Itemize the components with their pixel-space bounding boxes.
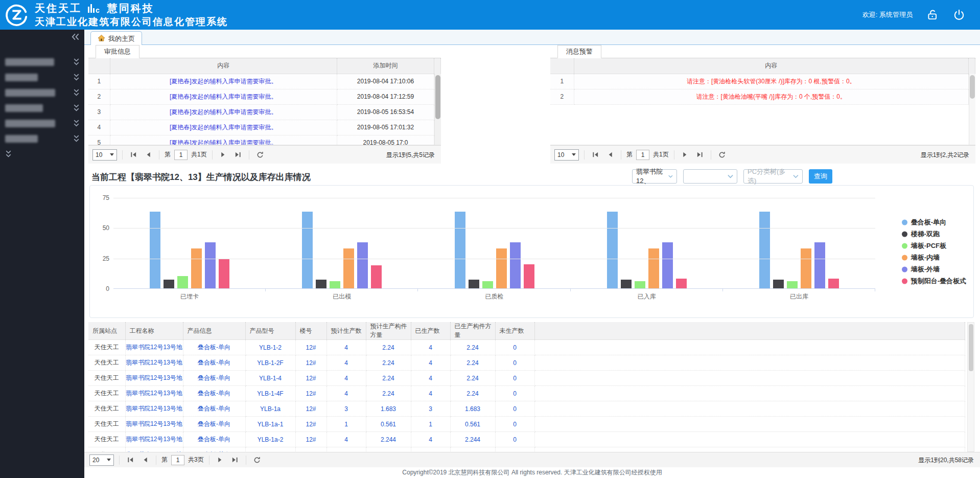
production-col-header[interactable]: 已生产数 (411, 322, 450, 340)
sidebar-item[interactable] (0, 100, 84, 116)
production-scrollbar[interactable] (967, 322, 974, 452)
sidebar-item[interactable] (0, 116, 84, 131)
chart-bar-墙板-PCF板[interactable] (787, 281, 798, 288)
production-cell-link[interactable]: 12# (295, 340, 326, 355)
legend-item[interactable]: 墙板-PCF板 (902, 241, 966, 251)
approval-scrollbar[interactable] (434, 74, 441, 145)
approval-refresh-icon[interactable] (254, 149, 266, 161)
legend-item[interactable]: 墙板-外墙 (902, 265, 966, 274)
production-cell-link[interactable]: 翡翠书院12号13号地 (125, 371, 183, 386)
chart-bar-墙板-外墙[interactable] (662, 242, 673, 288)
chart-bar-预制阳台-叠合板式[interactable] (371, 265, 382, 288)
production-col-header[interactable]: 预计生产数 (326, 322, 366, 340)
production-cell-link[interactable]: 2.24 (366, 355, 411, 371)
chart-bar-预制阳台-叠合板式[interactable] (676, 279, 687, 288)
production-cell-link[interactable]: 2.24 (366, 371, 411, 386)
chart-bar-楼梯-双跑[interactable] (773, 280, 784, 288)
chart-bar-预制阳台-叠合板式[interactable] (219, 259, 229, 288)
alert-page-number-input[interactable] (636, 150, 649, 160)
expand-down-icon[interactable] (73, 119, 80, 127)
production-cell-link[interactable]: 1.536 (450, 447, 495, 452)
chart-bar-叠合板-单向[interactable] (759, 212, 770, 288)
production-cell-link[interactable]: YLB-2b (245, 447, 295, 452)
production-cell-link[interactable]: 叠合板-单向 (183, 417, 245, 432)
production-cell-link[interactable]: 4 (326, 355, 366, 371)
production-cell-link[interactable]: YLB-1-2F (245, 355, 295, 371)
production-cell-link[interactable]: 叠合板-单向 (183, 340, 245, 355)
production-cell-link[interactable]: YLB-1a (245, 401, 295, 417)
production-col-header[interactable]: 楼号 (295, 322, 326, 340)
production-last-page-icon[interactable] (229, 454, 241, 466)
approval-row-content-link[interactable]: [夏艳春]发起的辅料入库申请需要审批。 (110, 89, 337, 104)
production-cell-link[interactable]: YLB-1a-2 (245, 432, 295, 447)
production-cell-link[interactable]: 翡翠书院12号13号地 (125, 401, 183, 417)
building-select[interactable] (683, 169, 737, 184)
production-cell-link[interactable]: 4 (411, 340, 450, 355)
production-first-page-icon[interactable] (125, 454, 136, 466)
alert-scrollbar-thumb[interactable] (970, 75, 975, 99)
alert-scrollbar[interactable] (969, 74, 975, 145)
production-cell-link[interactable]: 叠合板-单向 (183, 371, 245, 386)
production-cell-link[interactable]: 翡翠书院12号13号地 (125, 417, 183, 432)
production-col-header[interactable]: 预计生产构件方量 (366, 322, 411, 340)
production-col-header[interactable]: 工程名称 (125, 322, 183, 340)
chart-bar-叠合板-单向[interactable] (302, 212, 313, 288)
production-cell-link[interactable]: 2.244 (450, 432, 495, 447)
production-cell-link[interactable]: 1 (411, 417, 450, 432)
chart-bar-楼梯-双跑[interactable] (316, 280, 326, 288)
legend-item[interactable]: 楼梯-双跑 (902, 230, 966, 239)
alert-prev-page-icon[interactable] (604, 149, 616, 161)
production-cell-link[interactable]: 0 (495, 447, 534, 452)
production-cell-link[interactable]: 2.24 (450, 371, 495, 386)
production-cell-link[interactable]: 4 (411, 432, 450, 447)
production-cell-link[interactable]: 叠合板-单向 (183, 432, 245, 447)
production-cell-link[interactable]: YLB-1a-1 (245, 417, 295, 432)
sidebar-item[interactable] (0, 85, 84, 100)
production-cell-link[interactable]: 0 (495, 340, 534, 355)
chart-bar-墙板-外墙[interactable] (205, 242, 216, 288)
alert-tab[interactable]: 消息预警 (557, 45, 601, 58)
legend-item[interactable]: 预制阳台-叠合板式 (902, 277, 966, 286)
tab-my-home[interactable]: 我的主页 (90, 31, 142, 45)
approval-row-content-link[interactable]: [夏艳春]发起的辅料入库申请需要审批。 (110, 74, 337, 89)
production-cell-link[interactable]: 4 (411, 371, 450, 386)
chart-bar-墙板-外墙[interactable] (357, 242, 368, 288)
approval-row-content-link[interactable]: [夏艳春]发起的辅料入库申请需要审批。 (110, 104, 337, 120)
production-cell-link[interactable]: 1.683 (366, 401, 411, 417)
production-cell-link[interactable]: 12# (295, 386, 326, 401)
chart-bar-预制阳台-叠合板式[interactable] (524, 264, 534, 288)
production-cell-link[interactable]: 12# (295, 432, 326, 447)
approval-row-content-link[interactable]: [夏艳春]发起的辅料入库申请需要审批。 (110, 135, 337, 145)
chart-bar-楼梯-双跑[interactable] (621, 280, 632, 288)
production-next-page-icon[interactable] (215, 454, 226, 466)
production-cell-link[interactable]: 2.24 (450, 355, 495, 371)
alert-next-page-icon[interactable] (680, 149, 691, 161)
project-select[interactable]: 翡翠书院12、 (632, 169, 677, 184)
unlock-icon[interactable] (926, 8, 939, 21)
production-col-header[interactable]: 所属站点 (88, 322, 125, 340)
production-cell-link[interactable]: 12# (295, 371, 326, 386)
production-cell-link[interactable]: 翡翠书院12号13号地 (125, 355, 183, 371)
production-cell-link[interactable]: 2.24 (366, 340, 411, 355)
sidebar-item[interactable] (0, 131, 84, 146)
power-icon[interactable] (952, 8, 966, 21)
production-cell-link[interactable]: 0.561 (450, 417, 495, 432)
production-page-number-input[interactable] (171, 455, 184, 465)
production-col-header[interactable]: 未生产数 (495, 322, 534, 340)
production-cell-link[interactable]: 2.24 (450, 340, 495, 355)
production-cell-link[interactable]: 1.683 (450, 401, 495, 417)
approval-first-page-icon[interactable] (128, 149, 139, 161)
chart-bar-墙板-外墙[interactable] (510, 242, 521, 288)
chart-bar-墙板-内墙[interactable] (191, 248, 202, 288)
legend-item[interactable]: 墙板-内墙 (902, 253, 966, 262)
expand-down-icon[interactable] (73, 88, 80, 97)
alert-page-size-select[interactable]: 10 (554, 149, 579, 161)
production-cell-link[interactable]: 叠合板-单向 (183, 386, 245, 401)
chart-bar-墙板-内墙[interactable] (343, 248, 354, 288)
production-scrollbar-thumb[interactable] (969, 324, 973, 371)
production-cell-link[interactable]: 4 (326, 386, 366, 401)
production-cell-link[interactable]: 0 (495, 371, 534, 386)
production-col-header[interactable]: 产品型号 (245, 322, 295, 340)
production-cell-link[interactable]: 12# (295, 417, 326, 432)
expand-down-icon[interactable] (73, 134, 80, 143)
